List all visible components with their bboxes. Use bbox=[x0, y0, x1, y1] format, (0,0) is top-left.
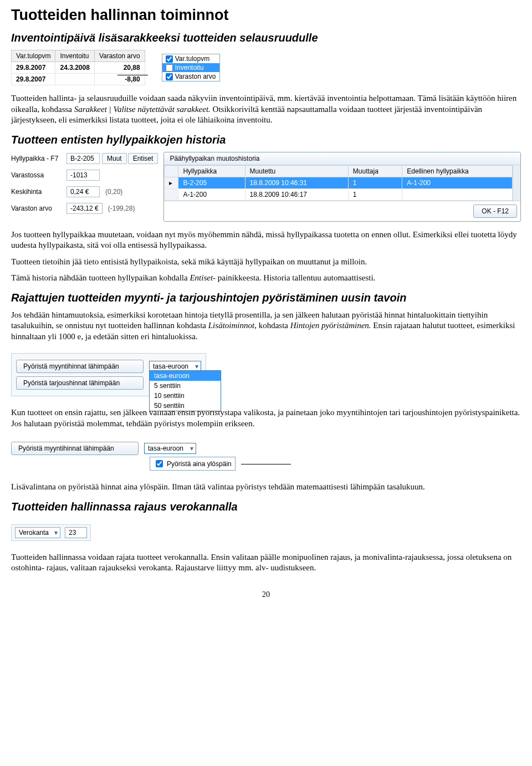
ok-button[interactable]: OK - F12 bbox=[473, 205, 517, 218]
field-secondary: (0,20) bbox=[105, 188, 122, 196]
checkbox[interactable] bbox=[166, 64, 173, 72]
check-label: Pyöristä aina ylöspäin bbox=[167, 460, 232, 468]
cell: 18.8.2009 10:46:31 bbox=[245, 177, 348, 188]
cell: A-1-200 bbox=[178, 188, 245, 200]
annotation-line bbox=[117, 75, 148, 75]
check-label: Inventoitu bbox=[175, 64, 204, 72]
paragraph: Tämä historia nähdään tuotteen hyllypaik… bbox=[11, 273, 521, 284]
checkbox[interactable] bbox=[166, 73, 173, 80]
scrollbar[interactable] bbox=[513, 165, 520, 201]
check-label: Var.tulopvm bbox=[175, 55, 209, 63]
cell: 1 bbox=[348, 177, 402, 188]
column-preview-table: Var.tulopvm Inventoitu Varaston arvo 29.… bbox=[11, 50, 145, 85]
combo-option[interactable]: tasa-euroon bbox=[150, 371, 221, 381]
field-value[interactable]: B-2-205 bbox=[66, 153, 100, 164]
checklist-item[interactable]: Var.tulopvm bbox=[162, 54, 219, 63]
paragraph: Tuotteiden hallinta- ja selausruuduille … bbox=[11, 93, 521, 126]
cell bbox=[55, 74, 94, 85]
screenshot-columns-and-checklist: Var.tulopvm Inventoitu Varaston arvo 29.… bbox=[11, 50, 521, 85]
field-label: Hyllypaikka - F7 bbox=[11, 155, 66, 162]
history-window: Päähyllypaikan muutoshistoria Hyllypaikk… bbox=[163, 152, 521, 222]
cell: 29.8.2007 bbox=[12, 74, 55, 85]
section-heading-1: Inventointipäivä lisäsarakkeeksi tuottei… bbox=[11, 32, 521, 44]
combo-option[interactable]: 10 senttiin bbox=[150, 391, 221, 401]
history-table: Hyllypaikka Muutettu Muuttaja Edellinen … bbox=[164, 165, 513, 201]
paragraph: Jos tehdään hintamuutoksia, esimerkiksi … bbox=[11, 310, 521, 343]
field-value: -1013 bbox=[66, 170, 100, 181]
col-header[interactable]: Var.tulopvm bbox=[12, 50, 55, 62]
row-marker-blank bbox=[165, 188, 178, 200]
filter-value-input[interactable]: 23 bbox=[65, 527, 87, 538]
cell: 1 bbox=[348, 188, 402, 200]
combo-option[interactable]: 50 senttiin bbox=[150, 401, 221, 411]
screenshot-verokanta-filter: Verokanta 23 bbox=[11, 524, 91, 541]
column-checklist: Var.tulopvm Inventoitu Varaston arvo bbox=[162, 54, 220, 81]
combo-option[interactable]: 5 senttiin bbox=[150, 381, 221, 391]
paragraph: Lisävalintana on pyöristää hinnat aina y… bbox=[11, 482, 521, 493]
section-heading-4: Tuotteiden hallinnassa rajaus verokannal… bbox=[11, 501, 521, 513]
cell: 20,88 bbox=[94, 62, 145, 74]
screenshot-round-up: Pyöristä myyntihinnat lähimpään tasa-eur… bbox=[11, 440, 236, 471]
page-title: Tuotteiden hallinnan toiminnot bbox=[11, 7, 521, 24]
entiset-button[interactable]: Entiset bbox=[128, 153, 158, 164]
cell bbox=[402, 188, 513, 200]
field-label: Varaston arvo bbox=[11, 205, 66, 212]
field-column: Hyllypaikka - F7 B-2-205 Muut Entiset Va… bbox=[11, 152, 158, 214]
cell: 18.8.2009 10:46:17 bbox=[245, 188, 348, 200]
field-value: -243,12 € bbox=[66, 203, 103, 214]
round-sale-prices-button[interactable]: Pyöristä myyntihinnat lähimpään bbox=[11, 442, 139, 455]
col-header[interactable]: Hyllypaikka bbox=[178, 165, 245, 177]
cell: 24.3.2008 bbox=[55, 62, 94, 74]
combo-selected[interactable]: tasa-euroon bbox=[144, 443, 196, 454]
col-header[interactable]: Inventoitu bbox=[55, 50, 94, 62]
checkbox[interactable] bbox=[166, 55, 173, 63]
round-up-checkbox-row[interactable]: Pyöristä aina ylöspäin bbox=[150, 457, 236, 471]
muut-button[interactable]: Muut bbox=[102, 153, 127, 164]
combo-dropdown-list: tasa-euroon 5 senttiin 10 senttiin 50 se… bbox=[149, 370, 221, 411]
cell: B-2-205 bbox=[178, 177, 245, 188]
field-label: Varastossa bbox=[11, 171, 66, 179]
checklist-item[interactable]: Varaston arvo bbox=[162, 72, 219, 81]
field-value: 0,24 € bbox=[66, 186, 100, 197]
paragraph: Kun tuotteet on ensin rajattu, sen jälke… bbox=[11, 407, 521, 429]
field-secondary: (-199,28) bbox=[108, 205, 135, 212]
cell: A-1-200 bbox=[402, 177, 513, 188]
section-heading-3: Rajattujen tuotteiden myynti- ja tarjous… bbox=[11, 292, 521, 304]
col-header[interactable]: Varaston arvo bbox=[94, 50, 145, 62]
paragraph: Tuotteiden hallinnassa voidaan rajata tu… bbox=[11, 552, 521, 574]
check-label: Varaston arvo bbox=[175, 73, 216, 80]
rounding-combo[interactable]: tasa-euroon tasa-euroon 5 senttiin 10 se… bbox=[149, 362, 201, 370]
filter-field-combo[interactable]: Verokanta bbox=[15, 527, 60, 538]
window-title: Päähyllypaikan muutoshistoria bbox=[164, 152, 520, 165]
col-header[interactable]: Edellinen hyllypaikka bbox=[402, 165, 513, 177]
paragraph: Tuotteen tietoihin jää tieto entisistä h… bbox=[11, 257, 521, 268]
checkbox[interactable] bbox=[156, 460, 163, 467]
col-header[interactable]: Muuttaja bbox=[348, 165, 402, 177]
col-header[interactable]: Muutettu bbox=[245, 165, 348, 177]
annotation-line bbox=[241, 464, 291, 464]
cell: 29.8.2007 bbox=[12, 62, 55, 74]
checklist-item-selected[interactable]: Inventoitu bbox=[162, 63, 219, 72]
section-heading-2: Tuotteen entisten hyllypaikkojen histori… bbox=[11, 134, 521, 146]
row-marker-icon bbox=[165, 177, 178, 188]
table-row[interactable]: A-1-200 18.8.2009 10:46:17 1 bbox=[165, 188, 513, 200]
rounding-combo[interactable]: tasa-euroon bbox=[144, 445, 196, 452]
page-number: 20 bbox=[11, 590, 521, 599]
table-row-selected[interactable]: B-2-205 18.8.2009 10:46:31 1 A-1-200 bbox=[165, 177, 513, 188]
screenshot-history: Hyllypaikka - F7 B-2-205 Muut Entiset Va… bbox=[11, 152, 521, 222]
row-header-blank bbox=[165, 165, 178, 177]
round-offer-prices-button[interactable]: Pyöristä tarjoushinnat lähimpään bbox=[16, 376, 144, 390]
field-label: Keskihinta bbox=[11, 188, 66, 196]
round-sale-prices-button[interactable]: Pyöristä myyntihinnat lähimpään bbox=[16, 360, 144, 373]
paragraph: Jos tuotteen hyllypaikkaa muutetaan, voi… bbox=[11, 229, 521, 251]
screenshot-round-prices: Pyöristä myyntihinnat lähimpään tasa-eur… bbox=[11, 353, 206, 396]
